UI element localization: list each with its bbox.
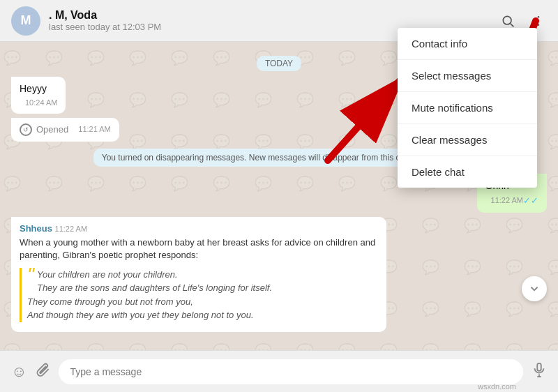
bubble-opened: ↺ Opened 11:21 AM (11, 118, 119, 142)
quote-mark: " (27, 265, 34, 285)
context-menu-item-select-messages[interactable]: Select messages (398, 60, 537, 92)
header-icons (499, 13, 547, 29)
check-marks: ✓✓ (523, 195, 538, 207)
svg-point-4 (538, 24, 540, 26)
context-menu-item-delete-chat[interactable]: Delete chat (398, 156, 537, 188)
context-menu-item-clear-messages[interactable]: Clear messages (398, 124, 537, 156)
svg-rect-5 (537, 363, 541, 370)
context-menu-item-contact-info[interactable]: Contact info (398, 28, 537, 60)
sender-name: Shheus 11:22 AM (20, 223, 378, 235)
bottom-bar: ☺ (0, 350, 558, 392)
svg-point-2 (538, 15, 540, 17)
quote-block: " Your children are not your children. T… (20, 268, 378, 322)
contact-name[interactable]: . M, Voda (49, 9, 499, 22)
scroll-down-button[interactable] (522, 276, 547, 301)
message-text: Heyyy (20, 83, 47, 94)
message-intro: When a young mother with a newborn baby … (20, 236, 378, 262)
attach-icon[interactable] (35, 362, 50, 382)
opened-icon: ↺ (20, 123, 32, 136)
mic-icon[interactable] (531, 362, 547, 382)
emoji-icon[interactable]: ☺ (11, 363, 27, 381)
watermark: wsxdn.com (478, 382, 516, 391)
bubble-quote: Shheus 11:22 AM When a young mother with… (11, 217, 386, 332)
opened-text: Opened (36, 123, 68, 136)
avatar[interactable]: M (11, 6, 40, 36)
bubble-left: Heyyy 10:24 AM (11, 77, 66, 114)
svg-point-0 (503, 16, 511, 24)
context-menu-item-mute-notifications[interactable]: Mute notifications (398, 92, 537, 124)
message-time: 11:21 AM (78, 124, 110, 135)
more-options-icon[interactable] (530, 13, 547, 29)
opened-indicator: ↺ Opened 11:21 AM (20, 123, 111, 136)
svg-line-1 (511, 23, 514, 27)
message-time: 11:22 AM (491, 195, 523, 206)
message-row: Shheus 11:22 AM When a young mother with… (11, 217, 547, 332)
message-time: 10:24 AM (25, 98, 57, 108)
context-menu: Contact info Select messages Mute notifi… (398, 28, 537, 188)
search-icon[interactable] (499, 13, 516, 29)
message-input[interactable] (59, 359, 523, 384)
svg-point-3 (538, 20, 540, 22)
